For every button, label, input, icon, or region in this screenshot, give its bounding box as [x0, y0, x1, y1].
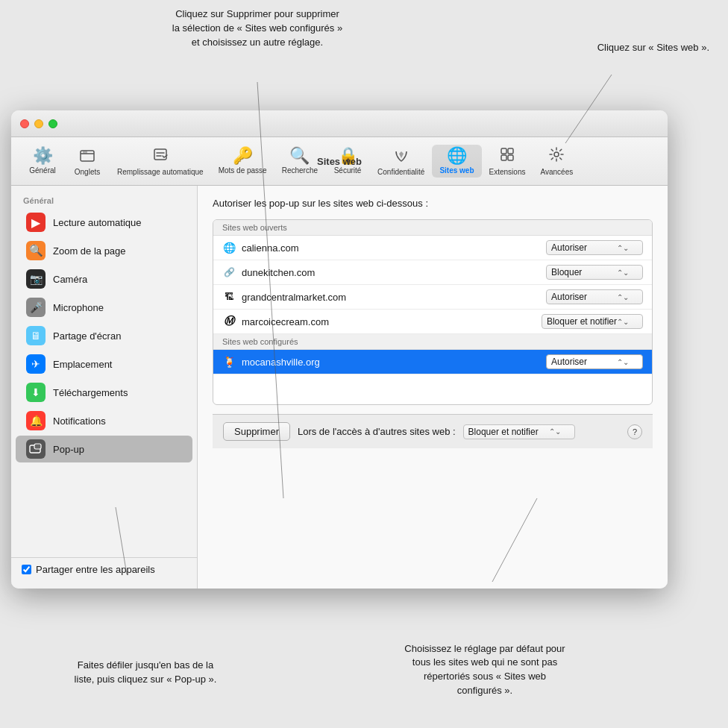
- site-name-gcm: grandcentralmarket.com: [242, 292, 546, 303]
- downloads-label: Téléchargements: [53, 387, 128, 398]
- site-name-marco: marcoicecream.com: [242, 316, 542, 327]
- table-row[interactable]: 🔗 dunekitchen.com Bloquer ⌃⌄: [213, 260, 652, 285]
- site-name-dune: dunekitchen.com: [242, 267, 546, 278]
- table-spacer: [213, 374, 652, 404]
- panel-description: Autoriser les pop-up sur les sites web c…: [213, 198, 653, 209]
- screen-label: Partage d'écran: [53, 330, 121, 342]
- sidebar-item-microphone[interactable]: 🎤 Microphone: [16, 294, 192, 321]
- privacy-label: Confidentialité: [377, 168, 424, 176]
- zoom-label: Zoom de la page: [53, 245, 126, 257]
- setting-moca[interactable]: Autoriser ⌃⌄: [546, 354, 643, 369]
- favicon-dune: 🔗: [222, 266, 236, 279]
- sidebar-item-location[interactable]: ✈ Emplacement: [16, 351, 192, 377]
- sidebar-footer: Partager entre les appareils: [11, 557, 197, 581]
- sidebar-item-camera[interactable]: 📷 Caméra: [16, 266, 192, 292]
- other-sites-label: Lors de l'accès à d'autres sites web :: [298, 426, 456, 437]
- passwords-label: Mots de passe: [219, 166, 267, 175]
- main-panel: Autoriser les pop-up sur les sites web c…: [198, 186, 668, 589]
- sidebar: Général ▶ Lecture automatique 🔍 Zoom de …: [11, 186, 198, 589]
- close-button[interactable]: [20, 119, 29, 128]
- autofill-icon: [152, 146, 169, 166]
- screen-icon: 🖥: [26, 326, 46, 345]
- chevron-down-icon: ⌃⌄: [617, 244, 629, 252]
- chevron-down-icon: ⌃⌄: [617, 293, 629, 301]
- tabs-icon: [79, 146, 95, 166]
- microphone-icon: 🎤: [26, 298, 46, 317]
- sidebar-item-notifications[interactable]: 🔔 Notifications: [16, 407, 192, 434]
- privacy-icon: [393, 146, 410, 166]
- svg-rect-4: [508, 148, 513, 154]
- site-name-moca: mocanashville.org: [242, 357, 546, 368]
- callout-top-right: Cliquez sur « Sites web ».: [597, 41, 709, 55]
- general-label: Général: [29, 166, 56, 175]
- autofill-label: Remplissage automatique: [117, 168, 204, 176]
- toolbar: Sites web ⚙️ Général Onglets Remplissage…: [11, 137, 668, 186]
- titlebar: [11, 110, 668, 137]
- setting-marco[interactable]: Bloquer et notifier ⌃⌄: [542, 314, 643, 329]
- sidebar-item-downloads[interactable]: ⬇ Téléchargements: [16, 379, 192, 406]
- toolbar-item-tabs[interactable]: Onglets: [65, 143, 110, 179]
- table-row[interactable]: 🌐 calienna.com Autoriser ⌃⌄: [213, 236, 652, 260]
- sidebar-item-autoplay[interactable]: ▶ Lecture automatique: [16, 209, 192, 236]
- table-row[interactable]: Ⓜ marcoicecream.com Bloquer et notifier …: [213, 310, 652, 334]
- search-label: Recherche: [282, 166, 318, 175]
- chevron-down-icon: ⌃⌄: [617, 358, 629, 366]
- share-devices-checkbox[interactable]: [22, 565, 31, 574]
- svg-rect-5: [501, 155, 506, 160]
- favicon-marco: Ⓜ: [222, 315, 236, 328]
- zoom-button[interactable]: [48, 119, 57, 128]
- downloads-icon: ⬇: [26, 383, 46, 402]
- security-label: Sécurité: [334, 166, 362, 175]
- favicon-calienna: 🌐: [222, 241, 236, 254]
- favicon-moca: 🍹: [222, 355, 236, 368]
- chevron-down-icon: ⌃⌄: [549, 427, 561, 436]
- advanced-icon: [548, 146, 565, 166]
- extensions-icon: [499, 146, 515, 166]
- chevron-down-icon: ⌃⌄: [617, 318, 629, 326]
- help-button[interactable]: ?: [627, 424, 642, 439]
- setting-gcm[interactable]: Autoriser ⌃⌄: [546, 289, 643, 304]
- autoplay-label: Lecture automatique: [53, 217, 142, 228]
- sidebar-item-screen[interactable]: 🖥 Partage d'écran: [16, 322, 192, 349]
- callout-bottom-right: Choisissez le réglage par défaut pour to…: [403, 642, 567, 698]
- extensions-label: Extensions: [489, 168, 526, 176]
- toolbar-item-advanced[interactable]: Avancées: [533, 143, 580, 179]
- general-icon: ⚙️: [33, 148, 53, 164]
- traffic-lights: [20, 119, 57, 128]
- other-sites-setting[interactable]: Bloquer et notifier ⌃⌄: [463, 424, 575, 439]
- minimize-button[interactable]: [34, 119, 43, 128]
- delete-button[interactable]: Supprimer: [223, 422, 290, 441]
- location-icon: ✈: [26, 354, 46, 374]
- setting-dune[interactable]: Bloquer ⌃⌄: [546, 265, 643, 280]
- svg-point-7: [554, 152, 559, 157]
- toolbar-item-passwords[interactable]: 🔑 Mots de passe: [211, 145, 274, 178]
- svg-rect-6: [508, 155, 513, 160]
- svg-rect-1: [83, 151, 87, 154]
- site-name-calienna: calienna.com: [242, 242, 546, 254]
- passwords-icon: 🔑: [233, 148, 253, 164]
- table-row-selected[interactable]: 🍹 mocanashville.org Autoriser ⌃⌄: [213, 350, 652, 374]
- toolbar-item-privacy[interactable]: Confidentialité: [370, 143, 432, 179]
- sidebar-item-popup[interactable]: Pop-up: [16, 436, 192, 462]
- callout-bottom-left: Faites défiler jusqu'en bas de la liste,…: [71, 659, 220, 687]
- toolbar-item-general[interactable]: ⚙️ Général: [20, 145, 65, 178]
- toolbar-item-autofill[interactable]: Remplissage automatique: [110, 143, 211, 179]
- tabs-label: Onglets: [75, 168, 100, 176]
- autoplay-icon: ▶: [26, 213, 46, 232]
- websites-icon: 🌐: [447, 148, 467, 164]
- camera-icon: 📷: [26, 269, 46, 289]
- configured-sites-header: Sites web configurés: [213, 334, 652, 350]
- websites-label: Sites web: [439, 166, 474, 175]
- content-area: Général ▶ Lecture automatique 🔍 Zoom de …: [11, 186, 668, 589]
- popup-label: Pop-up: [53, 444, 84, 455]
- table-row[interactable]: 🏗 grandcentralmarket.com Autoriser ⌃⌄: [213, 285, 652, 310]
- toolbar-item-websites[interactable]: 🌐 Sites web: [432, 145, 481, 178]
- main-window: Sites web ⚙️ Général Onglets Remplissage…: [11, 110, 668, 589]
- sidebar-section-label: Général: [11, 193, 197, 208]
- toolbar-item-extensions[interactable]: Extensions: [482, 143, 533, 179]
- setting-calienna[interactable]: Autoriser ⌃⌄: [546, 240, 643, 255]
- svg-rect-3: [501, 148, 506, 154]
- notifications-label: Notifications: [53, 415, 106, 427]
- favicon-gcm: 🏗: [222, 290, 236, 304]
- sidebar-item-zoom[interactable]: 🔍 Zoom de la page: [16, 237, 192, 264]
